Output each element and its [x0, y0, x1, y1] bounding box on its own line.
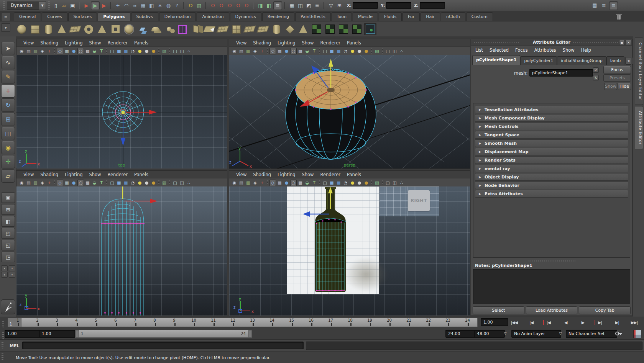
custom-shelf-tab[interactable]: Custom	[466, 12, 493, 21]
group-divider[interactable]	[79, 2, 80, 9]
quick-select-dropdown-icon[interactable]: ▽	[327, 2, 335, 10]
frame-selection-icon[interactable]: ◫	[391, 180, 398, 186]
poly-extrude-button[interactable]	[217, 23, 229, 35]
timeline-ruler[interactable]: 1 12345678910111213141516171819202122232…	[8, 318, 478, 327]
step-back-frame-button[interactable]: |◀	[523, 317, 540, 327]
tool-settings-icon[interactable]: ≡	[600, 1, 608, 9]
presets-button[interactable]: Presets	[603, 74, 631, 82]
light-gold-icon[interactable]: ●	[150, 180, 157, 186]
select-rendering-icon[interactable]: ◍	[164, 2, 172, 10]
polycylinder1-tab[interactable]: polyCylinder1	[520, 56, 557, 65]
general-shelf-tab[interactable]: General	[14, 12, 41, 21]
layout-option-c-icon[interactable]: ▾	[1, 272, 8, 278]
playback-end-input[interactable]: 24.00	[445, 330, 476, 338]
shadow-display-icon[interactable]: ◔	[342, 180, 349, 186]
poly-sphere-button[interactable]	[15, 23, 28, 35]
list-menu[interactable]: List	[475, 47, 483, 53]
mental-ray-section[interactable]: ▶ mental ray	[475, 165, 628, 172]
use-all-lights-icon[interactable]: ■	[335, 48, 342, 54]
shelf-menu-icon[interactable]: ≡	[1, 13, 10, 21]
shading-menu[interactable]: Shading	[253, 40, 271, 46]
planar-mapping-button[interactable]	[310, 23, 323, 35]
frame-selection-icon[interactable]: ◫	[391, 48, 398, 54]
channel-layers-icon[interactable]: ≣	[609, 1, 618, 10]
texture-editor-icon[interactable]: T	[311, 48, 317, 54]
textured-mode-icon[interactable]: ◒	[304, 180, 310, 186]
light-silver-icon[interactable]: ●	[143, 48, 150, 54]
default-lighting-icon[interactable]: ■	[329, 48, 335, 54]
new-scene-icon[interactable]: ▯	[52, 2, 60, 10]
shaded-sphere-icon[interactable]: ●	[283, 180, 290, 186]
use-all-lights-icon[interactable]: ■	[123, 180, 129, 186]
poly-cylinder-button[interactable]	[42, 23, 54, 35]
go-to-end-button[interactable]: ▶▶|	[626, 317, 642, 327]
drag-handle[interactable]	[2, 353, 3, 360]
texture-editor-icon[interactable]: T	[98, 48, 105, 54]
camera-move-pivot-icon[interactable]: +	[259, 48, 265, 54]
mesh-controls-section[interactable]: ▶ Mesh Controls	[475, 123, 628, 130]
light-gold-icon[interactable]: ●	[363, 48, 370, 54]
divider-icon[interactable]	[54, 180, 55, 185]
paint-select-region-icon[interactable]: ▧	[161, 48, 168, 54]
tessellation-attributes-section[interactable]: ▶ Tessellation Attributes	[475, 106, 628, 113]
current-time-input[interactable]: 1.00	[481, 318, 508, 326]
interactive-creation-button[interactable]	[136, 23, 148, 35]
poly-booleans-button[interactable]	[150, 23, 162, 35]
14-frame[interactable]: 14	[262, 318, 282, 327]
select-polygons-icon[interactable]: ▦	[139, 2, 147, 10]
hypershade-persp-layout-button[interactable]: ◱	[1, 240, 15, 250]
wireframe-on-shaded-icon[interactable]: ▢	[109, 180, 115, 186]
muscle-shelf-tab[interactable]: Muscle	[353, 12, 378, 21]
close-panel-icon[interactable]: ×	[626, 40, 631, 45]
renderer-menu[interactable]: Renderer	[320, 40, 341, 46]
move-manipulator[interactable]	[123, 186, 158, 203]
isolate-select-icon[interactable]: ▢	[384, 48, 391, 54]
wireframe-on-shaded-icon[interactable]: ▢	[322, 180, 328, 186]
light-gold-icon[interactable]: ●	[150, 48, 157, 54]
default-lighting-icon[interactable]: ■	[329, 180, 335, 186]
move-tool-button[interactable]: +	[1, 84, 15, 98]
divider-icon[interactable]	[382, 48, 383, 54]
snap-to-curves-icon[interactable]: Ω	[217, 2, 225, 10]
menu-set-value[interactable]: Dynamics	[7, 2, 39, 10]
frame-selection-icon[interactable]: ◫	[179, 180, 185, 186]
camera-move-pivot-icon[interactable]: +	[259, 180, 265, 186]
two-d-pan-zoom-icon[interactable]: ◈	[252, 48, 258, 54]
fur-shelf-tab[interactable]: Fur	[402, 12, 420, 21]
divider-icon[interactable]	[371, 180, 372, 185]
four-pane-layout-button[interactable]: ⊞	[1, 204, 15, 215]
light-yellow-icon[interactable]: ●	[136, 48, 143, 54]
paint-select-region-icon[interactable]: ▧	[161, 180, 168, 186]
attribute-editor-dock-tab[interactable]: Attribute Editor	[635, 106, 643, 149]
save-scene-icon[interactable]: ▣	[69, 2, 77, 10]
view-menu[interactable]: View	[23, 40, 34, 46]
surfaces-shelf-tab[interactable]: Surfaces	[68, 12, 97, 21]
share-view-icon[interactable]: ∴	[398, 48, 405, 54]
default-lighting-icon[interactable]: ■	[116, 180, 122, 186]
chevron-down-icon[interactable]: ▼	[39, 1, 46, 10]
highlight-selection-mode-icon[interactable]: ▧	[195, 2, 203, 10]
light-silver-icon[interactable]: ●	[356, 180, 363, 186]
two-d-pan-zoom-icon[interactable]: ◈	[39, 48, 46, 54]
camera-bookmark-icon[interactable]: ▤	[238, 48, 245, 54]
panels-menu[interactable]: Panels	[134, 172, 148, 177]
shaded-sphere-icon[interactable]: ●	[283, 48, 290, 54]
group-divider[interactable]	[253, 2, 255, 9]
15-frame[interactable]: 15	[282, 318, 301, 327]
divider-icon[interactable]	[169, 48, 170, 54]
poly-prism-button[interactable]	[96, 23, 108, 35]
split-polygon-tool-button[interactable]	[257, 23, 269, 35]
texture-editor-icon[interactable]: T	[311, 180, 317, 186]
flat-shade-mode-icon[interactable]: ○	[77, 180, 84, 186]
soft-modification-tool-button[interactable]: ◉	[1, 141, 15, 154]
11-frame[interactable]: 11	[204, 318, 223, 327]
shaded-sphere-icon[interactable]: ●	[71, 48, 77, 54]
texture-editor-icon[interactable]: T	[98, 180, 105, 186]
select-curves-icon[interactable]: ◠	[122, 2, 130, 10]
two-d-pan-zoom-icon[interactable]: ◈	[252, 180, 258, 186]
chevron-down-icon[interactable]: ▽	[557, 330, 564, 337]
1-frame[interactable]: 1	[8, 318, 28, 327]
5-frame[interactable]: 5	[86, 318, 106, 327]
paint-select-region-icon[interactable]: ▧	[374, 180, 380, 186]
lasso-select-tool-button[interactable]: ∿	[1, 56, 15, 69]
